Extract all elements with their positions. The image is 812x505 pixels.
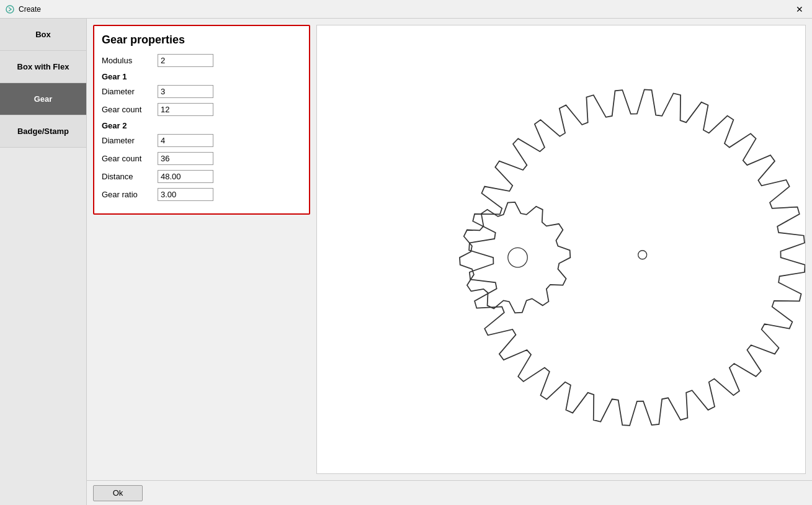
ratio-input[interactable] (158, 188, 213, 201)
properties-title: Gear properties (102, 34, 301, 47)
window-title: Create (19, 5, 41, 14)
sidebar: Box Box with Flex Gear Badge/Stamp (0, 19, 87, 505)
close-button[interactable]: ✕ (792, 3, 807, 16)
sidebar-item-badge[interactable]: Badge/Stamp (0, 115, 86, 148)
gear1-diameter-row: Diameter (102, 85, 301, 98)
footer: Ok (87, 480, 812, 505)
app-icon (5, 4, 15, 14)
large-gear-center (638, 251, 647, 259)
gear1-count-row: Gear count (102, 103, 301, 116)
svg-point-0 (6, 6, 14, 13)
gear2-diameter-input[interactable] (158, 134, 213, 147)
gear2-count-input[interactable] (158, 152, 213, 165)
modulus-row: Modulus (102, 54, 301, 67)
gear2-diameter-row: Diameter (102, 134, 301, 147)
modulus-label: Modulus (102, 56, 158, 65)
content-area: Gear properties Modulus Gear 1 Diameter … (87, 19, 812, 505)
gear2-title: Gear 2 (102, 121, 301, 130)
small-gear (460, 202, 570, 313)
gear2-diameter-label: Diameter (102, 136, 158, 145)
sidebar-item-box[interactable]: Box (0, 19, 86, 51)
gear2-count-label: Gear count (102, 154, 158, 163)
distance-label: Distance (102, 172, 158, 181)
gear-preview-area (316, 25, 806, 474)
gear2-count-row: Gear count (102, 152, 301, 165)
ratio-label: Gear ratio (102, 190, 158, 199)
title-bar: Create ✕ (0, 0, 812, 19)
gear1-count-input[interactable] (158, 103, 213, 116)
properties-panel: Gear properties Modulus Gear 1 Diameter … (87, 19, 316, 480)
sidebar-item-box-flex[interactable]: Box with Flex (0, 51, 86, 83)
gear-svg (317, 25, 805, 473)
small-gear-center (508, 248, 527, 267)
main-content: Box Box with Flex Gear Badge/Stamp Gear … (0, 19, 812, 505)
gear1-diameter-label: Diameter (102, 87, 158, 96)
title-bar-left: Create (5, 4, 41, 14)
large-gear (469, 89, 805, 426)
gear1-count-label: Gear count (102, 105, 158, 114)
modulus-input[interactable] (158, 54, 213, 67)
gear1-title: Gear 1 (102, 72, 301, 81)
ratio-row: Gear ratio (102, 188, 301, 201)
gear1-diameter-input[interactable] (158, 85, 213, 98)
distance-row: Distance (102, 170, 301, 183)
sidebar-item-gear[interactable]: Gear (0, 83, 86, 115)
distance-input[interactable] (158, 170, 213, 183)
properties-box: Gear properties Modulus Gear 1 Diameter … (93, 25, 310, 215)
ok-button[interactable]: Ok (93, 485, 143, 501)
inner-content: Gear properties Modulus Gear 1 Diameter … (87, 19, 812, 480)
